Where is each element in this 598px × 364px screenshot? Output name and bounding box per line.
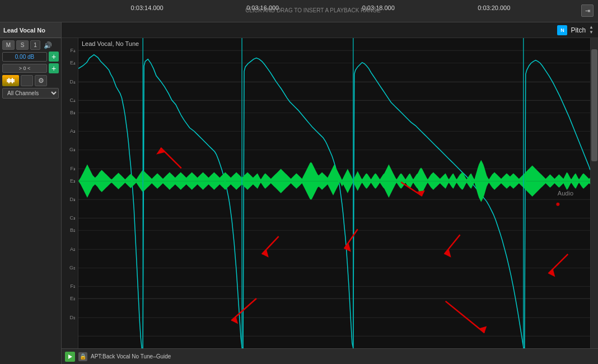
red-arrow-5-line — [445, 235, 460, 254]
pitch-artifact-dot — [556, 203, 559, 206]
track-controls: M S 1 🔊 0.00 dB + > 0 < + ⚙ — [0, 38, 61, 101]
volume-row: 0.00 dB + — [2, 52, 59, 62]
track-num[interactable]: 1 — [30, 40, 40, 50]
send-row: > 0 < + — [2, 63, 59, 73]
bottom-track-name: APT:Back Vocal No Tune–Guide — [91, 353, 171, 360]
send-button[interactable]: > 0 < — [2, 64, 47, 73]
vertical-scrollbar[interactable] — [590, 38, 598, 348]
mute-button[interactable]: M — [2, 40, 15, 50]
note-G3: G₃ — [69, 147, 76, 152]
note-G2: G₂ — [69, 265, 76, 270]
left-panel: Lead Vocal No M S 1 🔊 0.00 dB + > 0 < + — [0, 22, 62, 364]
svg-rect-1 — [8, 78, 10, 83]
channel-row: All Channels — [2, 88, 59, 99]
note-C3: C₃ — [70, 215, 76, 221]
track-name-bar: Lead Vocal No — [0, 22, 61, 38]
pitch-arrow-up[interactable]: ▲ — [589, 25, 594, 30]
note-E3: E₃ — [70, 178, 76, 184]
note-D2: D₂ — [70, 315, 76, 320]
volume-display: 0.00 dB — [2, 52, 47, 62]
svg-rect-2 — [12, 78, 13, 83]
svg-rect-0 — [7, 79, 15, 82]
red-arrow-4-line — [344, 229, 358, 249]
note-B2: B₂ — [70, 227, 76, 233]
waveform-svg — [78, 38, 590, 348]
content-area: N Pitch ▲ ▼ F₄ E₄ D₄ C₄ B₃ A₃ G₃ F₃ E₃ D… — [62, 22, 598, 364]
waveform-area[interactable]: Lead Vocal, No Tune — [78, 38, 590, 348]
top-bar: 0:03:14.000 0:03:16.000 0:03:18.000 0:03… — [0, 0, 598, 22]
add-send-button[interactable]: + — [49, 52, 59, 62]
note-D3: D₃ — [70, 197, 76, 202]
instrument-row: ⚙ — [2, 75, 59, 86]
track-name: Lead Vocal No — [3, 27, 45, 34]
lock-icon: 🔒 — [78, 352, 87, 361]
pitch-header: N Pitch ▲ ▼ — [62, 22, 598, 38]
note-D4: D₄ — [70, 79, 76, 85]
red-arrow-6-head — [548, 269, 555, 277]
pitch-sort-arrows[interactable]: ▲ ▼ — [589, 25, 594, 35]
settings-button[interactable]: ⚙ — [35, 75, 47, 86]
pitch-label: Pitch — [571, 26, 586, 34]
note-F2: F₂ — [71, 283, 76, 289]
red-arrow-8-line — [446, 301, 485, 333]
track-view: F₄ E₄ D₄ C₄ B₃ A₃ G₃ F₃ E₃ D₃ C₃ B₂ A₂ G… — [62, 38, 598, 348]
bottom-bar: 🔒 APT:Back Vocal No Tune–Guide — [62, 348, 598, 364]
instrument-button[interactable] — [2, 75, 19, 86]
pitch-curve — [78, 55, 590, 348]
add-send-button-2[interactable]: + — [49, 63, 59, 73]
click-drag-hint: CLICK AND DRAG TO INSERT A PLAYBACK RANG… — [245, 7, 380, 13]
time-marker-4: 0:03:20.000 — [478, 4, 510, 11]
solo-button[interactable]: S — [16, 40, 29, 50]
red-arrow-7-head — [231, 316, 238, 324]
msn-row: M S 1 🔊 — [2, 40, 59, 50]
note-C4: C₄ — [70, 97, 76, 103]
note-F3: F₃ — [71, 166, 76, 171]
time-markers-container: 0:03:14.000 0:03:16.000 0:03:18.000 0:03… — [62, 0, 564, 16]
square-button[interactable] — [21, 75, 33, 86]
note-E4: E₄ — [70, 60, 76, 66]
main-layout: Lead Vocal No M S 1 🔊 0.00 dB + > 0 < + — [0, 22, 598, 364]
red-arrow-3-head — [262, 249, 269, 258]
note-B3: B₃ — [70, 110, 76, 115]
play-button[interactable] — [65, 352, 75, 362]
speaker-icon: 🔊 — [42, 41, 53, 50]
svg-marker-21 — [68, 354, 72, 359]
audio-label: Audio — [558, 190, 573, 197]
red-arrow-1-head — [156, 148, 165, 155]
pitch-arrow-down[interactable]: ▼ — [589, 30, 594, 35]
note-E2: E₂ — [70, 296, 76, 301]
channel-select[interactable]: All Channels — [2, 88, 59, 99]
note-A2: A₂ — [70, 246, 76, 252]
pitch-axis: F₄ E₄ D₄ C₄ B₃ A₃ G₃ F₃ E₃ D₃ C₃ B₂ A₂ G… — [62, 38, 78, 348]
close-button[interactable]: ⇥ — [581, 4, 594, 17]
red-arrow-5-head — [445, 249, 451, 258]
pitch-icon: N — [557, 25, 567, 35]
note-A3: A₃ — [70, 128, 76, 134]
audio-waveform-lower — [78, 181, 590, 202]
time-marker-1: 0:03:14.000 — [131, 4, 163, 11]
note-F4: F₄ — [71, 48, 76, 53]
scrollbar-thumb[interactable] — [591, 49, 597, 161]
